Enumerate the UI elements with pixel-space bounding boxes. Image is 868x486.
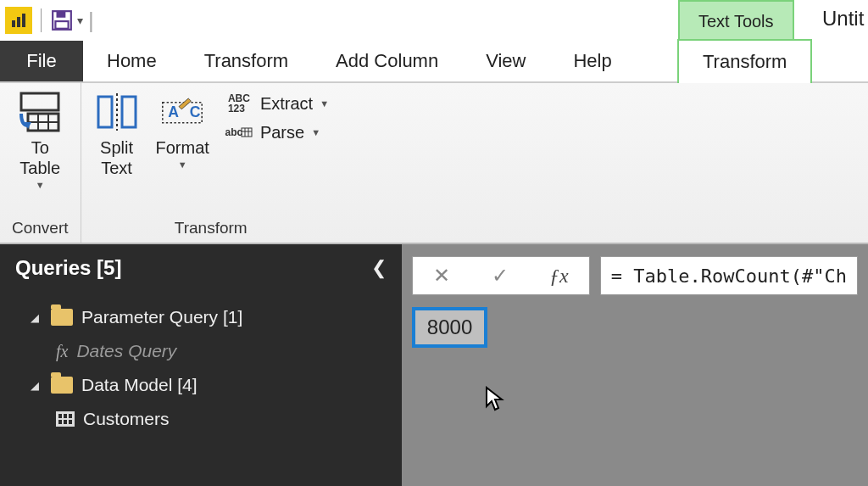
svg-rect-18 [242, 128, 252, 137]
extract-button[interactable]: ABC 123 Extract ▼ [225, 92, 329, 115]
collapse-pane-icon[interactable]: ❮ [371, 257, 387, 279]
svg-rect-2 [22, 14, 25, 27]
workspace: Queries [5] ❮ ◢ Parameter Query [1] fx D… [0, 244, 868, 486]
to-table-icon [16, 88, 64, 136]
tree-item-customers[interactable]: Customers [0, 402, 402, 436]
format-label: Format [156, 138, 209, 157]
qat-dropdown-icon[interactable]: ▾ [74, 14, 86, 27]
format-icon: AC [159, 88, 206, 136]
tab-transform[interactable]: Transform [181, 41, 312, 81]
ribbon-group-label: Transform [175, 215, 248, 239]
tab-home[interactable]: Home [83, 41, 181, 81]
queries-tree: ◢ Parameter Query [1] fx Dates Query ◢ D… [0, 292, 402, 444]
window-title: Untit [822, 7, 864, 31]
tab-view[interactable]: View [462, 41, 549, 81]
folder-icon [51, 377, 73, 394]
queries-title: Queries [5] [15, 256, 121, 280]
folder-icon [51, 309, 73, 326]
chevron-down-icon: ▼ [178, 159, 187, 170]
formula-input[interactable]: = Table.RowCount(#"Ch [600, 256, 858, 295]
parse-button[interactable]: abc Parse ▼ [225, 120, 329, 144]
tree-item-dates-query[interactable]: fx Dates Query [0, 334, 402, 368]
ribbon-group-label: Convert [12, 215, 69, 239]
result-value[interactable]: 8000 [412, 307, 487, 348]
confirm-icon[interactable]: ✓ [492, 264, 509, 288]
extract-label: Extract [260, 94, 313, 114]
tab-help[interactable]: Help [549, 41, 635, 81]
svg-text:C: C [190, 103, 201, 120]
parse-label: Parse [260, 123, 304, 142]
app-logo-icon [5, 7, 32, 34]
to-table-button[interactable]: To Table ▼ [16, 88, 64, 190]
fx-icon[interactable]: ƒx [549, 265, 569, 288]
ribbon-group-transform: Split Text AC Format ▼ ABC 123 Extract ▼… [81, 83, 341, 243]
svg-rect-1 [17, 17, 20, 27]
svg-rect-4 [57, 11, 66, 18]
chevron-down-icon: ▼ [36, 180, 45, 190]
contextual-tools-tab[interactable]: Text Tools [678, 0, 794, 41]
formula-bar: ✕ ✓ ƒx = Table.RowCount(#"Ch [402, 244, 868, 307]
table-icon [56, 411, 75, 427]
separator [41, 8, 42, 32]
format-button[interactable]: AC Format ▼ [156, 88, 209, 170]
svg-rect-12 [98, 97, 112, 127]
svg-text:A: A [168, 103, 179, 120]
tree-folder-parameter-query[interactable]: ◢ Parameter Query [1] [0, 300, 402, 334]
svg-rect-5 [55, 21, 68, 29]
split-text-label: Split Text [100, 137, 133, 178]
formula-actions: ✕ ✓ ƒx [412, 256, 590, 295]
qat-separator: | [88, 8, 94, 34]
queries-pane: Queries [5] ❮ ◢ Parameter Query [1] fx D… [0, 244, 402, 486]
split-text-button[interactable]: Split Text [93, 88, 141, 178]
svg-rect-13 [122, 97, 136, 127]
parse-icon: abc [225, 120, 253, 144]
ribbon: To Table ▼ Convert Split Text AC Format … [0, 83, 868, 244]
split-text-icon [93, 88, 141, 136]
chevron-down-icon: ▼ [320, 98, 329, 109]
tree-label: Data Model [4] [81, 375, 198, 395]
preview-pane: ✕ ✓ ƒx = Table.RowCount(#"Ch 8000 [402, 244, 868, 486]
extract-icon: ABC 123 [225, 92, 253, 115]
expand-collapse-icon[interactable]: ◢ [31, 379, 42, 392]
tree-label: Customers [83, 409, 170, 429]
save-button[interactable] [50, 8, 74, 32]
tab-file[interactable]: File [0, 41, 83, 81]
tab-context-transform[interactable]: Transform [677, 39, 812, 83]
svg-rect-0 [12, 20, 15, 27]
cancel-icon[interactable]: ✕ [433, 264, 450, 288]
expand-collapse-icon[interactable]: ◢ [31, 311, 42, 324]
fx-icon: fx [56, 342, 68, 361]
ribbon-tabs: File Home Transform Add Column View Help… [0, 41, 868, 83]
chevron-down-icon: ▼ [311, 127, 320, 137]
tab-add-column[interactable]: Add Column [312, 41, 462, 81]
to-table-label: To Table [19, 137, 60, 178]
title-bar: ▾ | Text Tools Untit [0, 0, 868, 41]
ribbon-group-convert: To Table ▼ Convert [0, 83, 81, 243]
svg-rect-6 [21, 93, 58, 110]
tree-label: Parameter Query [1] [81, 307, 242, 327]
tree-label: Dates Query [76, 341, 176, 361]
tree-folder-data-model[interactable]: ◢ Data Model [4] [0, 368, 402, 402]
